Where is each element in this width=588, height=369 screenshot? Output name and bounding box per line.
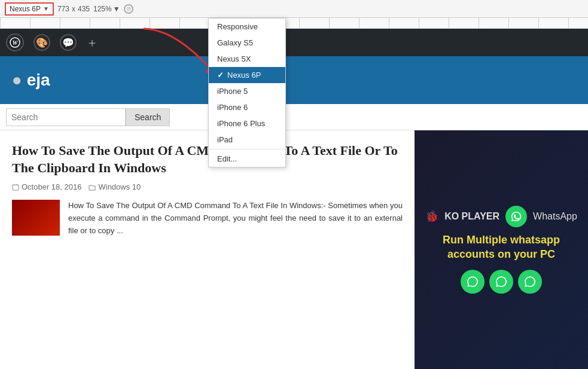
- ad-wa-icon-1: [461, 270, 485, 294]
- new-content-icon[interactable]: ＋: [86, 35, 98, 51]
- ad-wa-icons: [461, 270, 542, 294]
- ruler: [0, 18, 588, 29]
- dropdown-item-label: Galaxy S5: [217, 38, 253, 47]
- device-dropdown-arrow: ▼: [43, 5, 49, 12]
- dropdown-item-label: iPhone 6 Plus: [217, 119, 265, 128]
- main-content: How To Save The Output Of A CMD Command …: [0, 130, 588, 369]
- ad-headline: Run Multiple whatsapp accounts on your P…: [421, 233, 582, 261]
- content-right: 🐞 KO PLAYER WhatsApp Run Multiple whatsa…: [415, 130, 588, 369]
- dropdown-item-iphone-6-plus[interactable]: iPhone 6 Plus: [209, 115, 285, 132]
- article-thumbnail: [12, 200, 60, 236]
- search-bar: Search: [0, 104, 588, 130]
- dropdown-item-iphone-5[interactable]: iPhone 5: [209, 83, 285, 99]
- dropdown-item-iphone-6[interactable]: iPhone 6: [209, 99, 285, 115]
- dropdown-item-label: Edit...: [217, 154, 237, 163]
- article-date-wrapper: October 18, 2016: [12, 182, 81, 191]
- article-date: October 18, 2016: [22, 182, 81, 191]
- dropdown-item-label: iPad: [217, 135, 233, 144]
- search-button[interactable]: Search: [126, 108, 170, 126]
- article-meta: October 18, 2016 Windows 10: [12, 182, 403, 191]
- zoom-arrow: ▼: [113, 5, 120, 13]
- article-excerpt: How To Save The Output Of A CMD Command …: [12, 200, 403, 237]
- dropdown-item-label: Responsive: [217, 22, 258, 31]
- no-touch-icon[interactable]: ⊘: [124, 4, 133, 14]
- article-text: How To Save The Output Of A CMD Command …: [68, 200, 403, 237]
- article-category-wrapper: Windows 10: [89, 182, 141, 191]
- ad-top-row: 🐞 KO PLAYER WhatsApp: [425, 206, 577, 227]
- dropdown-item-label: iPhone 5: [217, 87, 248, 96]
- toolbar-height: 435: [78, 5, 90, 13]
- wp-logo[interactable]: W: [6, 33, 24, 51]
- toolbar-width: 773: [57, 5, 69, 13]
- dropdown-item-nexus-5x[interactable]: Nexus 5X: [209, 51, 285, 67]
- device-selector[interactable]: Nexus 6P ▼: [5, 2, 54, 16]
- dropdown-divider: [209, 149, 285, 150]
- wp-admin-bar: W 🎨 💬 ＋: [0, 29, 588, 56]
- customize-icon[interactable]: 🎨: [33, 34, 50, 51]
- calendar-icon: [12, 184, 19, 191]
- article-category: Windows 10: [98, 182, 141, 191]
- ad-banner: 🐞 KO PLAYER WhatsApp Run Multiple whatsa…: [415, 130, 588, 369]
- dropdown-item-galaxy-s5[interactable]: Galaxy S5: [209, 35, 285, 51]
- ad-bug-icon: 🐞: [425, 210, 438, 223]
- dropdown-checkmark: ✓: [217, 71, 224, 80]
- dropdown-item-ipad[interactable]: iPad: [209, 132, 285, 148]
- toolbar-cross: x: [72, 5, 75, 13]
- toolbar-zoom[interactable]: 125% ▼: [93, 5, 120, 13]
- dropdown-item-label: iPhone 6: [217, 103, 248, 112]
- ad-wa-icon-3: [518, 270, 542, 294]
- ad-whatsapp-icon: [505, 206, 527, 227]
- svg-text:W: W: [13, 39, 19, 46]
- content-left: How To Save The Output Of A CMD Command …: [0, 130, 415, 369]
- dropdown-item-label: Nexus 5X: [217, 54, 251, 63]
- svg-rect-2: [13, 185, 19, 190]
- ad-wa-icon-2: [489, 270, 513, 294]
- device-dropdown-menu[interactable]: Responsive Galaxy S5 Nexus 5X ✓ Nexus 6P…: [208, 18, 286, 167]
- site-title: ● eja: [12, 71, 50, 90]
- dropdown-item-responsive[interactable]: Responsive: [209, 19, 285, 35]
- article-title: How To Save The Output Of A CMD Command …: [12, 142, 403, 176]
- device-selector-label: Nexus 6P: [10, 5, 41, 13]
- search-input[interactable]: [6, 108, 126, 126]
- dropdown-item-edit[interactable]: Edit...: [209, 151, 285, 167]
- comments-icon[interactable]: 💬: [60, 34, 77, 51]
- ad-koplayer-label: KO PLAYER: [444, 211, 499, 222]
- site-header: ● eja: [0, 56, 588, 104]
- dropdown-item-label: Nexus 6P: [227, 71, 261, 80]
- folder-icon: [89, 184, 96, 191]
- top-toolbar: Nexus 6P ▼ 773 x 435 125% ▼ ⊘: [0, 0, 588, 18]
- zoom-value: 125%: [93, 5, 112, 13]
- toolbar-dimensions: 773 x 435: [57, 5, 90, 13]
- dropdown-item-nexus-6p[interactable]: ✓ Nexus 6P: [209, 67, 285, 83]
- ad-whatsapp-label: WhatsApp: [533, 211, 577, 222]
